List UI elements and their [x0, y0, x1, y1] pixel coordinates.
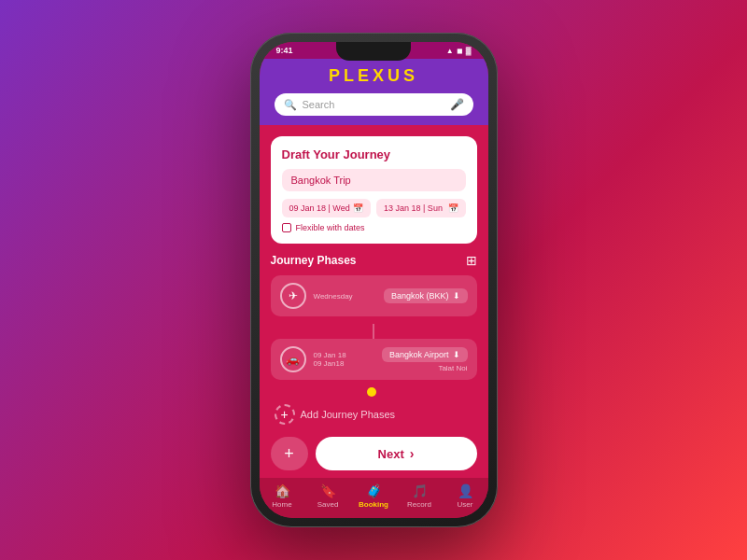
tab-user[interactable]: 👤 User	[446, 483, 484, 509]
add-phase-button[interactable]: +	[275, 404, 295, 425]
home-icon: 🏠	[275, 483, 290, 498]
draft-title: Draft Your Journey	[282, 147, 466, 161]
flight-icon: ✈	[289, 289, 298, 302]
phase-icon-2: 🚗	[280, 346, 306, 372]
date-start-text: 09 Jan 18 | Wed	[289, 203, 350, 213]
phone-screen: 9:41 ▲ ◼ ▓ PLEXUS 🔍 Search 🎤 Draft Your …	[260, 42, 488, 518]
tab-bar: 🏠 Home 🔖 Saved 🧳 Booking 🎵 Record 👤 User	[260, 478, 488, 518]
phases-section: Journey Phases ⊞ ✈ Wednesday Bangkok (BK…	[271, 253, 477, 429]
draft-card: Draft Your Journey Bangkok Trip 09 Jan 1…	[271, 136, 477, 244]
timeline-connector	[373, 324, 374, 339]
next-button[interactable]: Next ›	[316, 437, 477, 470]
user-icon: 👤	[458, 483, 473, 498]
phase-icon-1: ✈	[280, 283, 306, 309]
status-dot	[367, 387, 376, 397]
phase-sub-2: Talat Noi	[382, 364, 468, 372]
date-start-input[interactable]: 09 Jan 18 | Wed 📅	[282, 199, 372, 217]
flexible-checkbox[interactable]	[282, 223, 291, 232]
battery-icon: ▓	[466, 47, 472, 55]
phase-details-2: 09 Jan 18 09 Jan18	[314, 351, 374, 368]
add-button[interactable]: +	[271, 437, 308, 470]
phase-date1: 09 Jan 18	[314, 351, 374, 359]
tab-saved[interactable]: 🔖 Saved	[309, 483, 346, 509]
next-arrow-icon: ›	[410, 446, 415, 461]
phase-dest-arrow-2: ⬇	[453, 350, 460, 359]
phase-right-2: Bangkok Airport ⬇ Talat Noi	[382, 347, 468, 372]
search-icon: 🔍	[284, 99, 297, 111]
grid-icon[interactable]: ⊞	[466, 253, 477, 268]
phone-notch	[336, 42, 411, 61]
status-time: 9:41	[276, 46, 293, 55]
wifi-icon: ◼	[457, 47, 463, 55]
next-label: Next	[378, 447, 404, 461]
phase-day-1: Wednesday	[314, 292, 376, 301]
date-end-input[interactable]: 13 Jan 18 | Sun 📅	[376, 199, 466, 217]
app-title: PLEXUS	[275, 66, 473, 86]
phase-dest-arrow-1: ⬇	[453, 291, 460, 301]
search-placeholder: Search	[303, 99, 444, 110]
car-icon: 🚗	[286, 353, 300, 366]
phase-dest-text-1: Bangkok (BKK)	[391, 291, 449, 301]
phase-dest-2[interactable]: Bangkok Airport ⬇	[382, 347, 468, 362]
tab-booking[interactable]: 🧳 Booking	[355, 483, 392, 509]
date-end-text: 13 Jan 18 | Sun	[384, 203, 443, 213]
app-header: PLEXUS 🔍 Search 🎤	[260, 59, 488, 125]
phase-details-1: Wednesday	[314, 292, 376, 301]
bottom-actions: + Next ›	[260, 429, 488, 478]
search-bar[interactable]: 🔍 Search 🎤	[275, 93, 473, 116]
phase-right-1: Bangkok (BKK) ⬇	[384, 288, 468, 303]
phase-date2: 09 Jan18	[314, 359, 374, 368]
add-phase-row[interactable]: + Add Journey Phases	[271, 404, 477, 425]
main-content: Draft Your Journey Bangkok Trip 09 Jan 1…	[260, 125, 488, 429]
phases-header: Journey Phases ⊞	[271, 253, 477, 268]
booking-icon: 🧳	[366, 483, 382, 498]
flexible-row: Flexible with dates	[282, 223, 466, 232]
tab-record[interactable]: 🎵 Record	[401, 483, 438, 509]
calendar-end-icon: 📅	[448, 203, 458, 213]
tab-home-label: Home	[272, 500, 291, 509]
phase-dest-text-2: Bangkok Airport	[389, 350, 449, 359]
signal-icon: ▲	[446, 47, 454, 55]
mic-icon[interactable]: 🎤	[450, 98, 464, 111]
phases-title: Journey Phases	[271, 254, 357, 267]
status-icons: ▲ ◼ ▓	[446, 47, 472, 55]
phone-frame: 9:41 ▲ ◼ ▓ PLEXUS 🔍 Search 🎤 Draft Your …	[250, 33, 498, 527]
phase-item-1: ✈ Wednesday Bangkok (BKK) ⬇	[271, 275, 477, 316]
tab-home[interactable]: 🏠 Home	[263, 483, 301, 509]
record-icon: 🎵	[412, 483, 428, 498]
phase-item-2: 🚗 09 Jan 18 09 Jan18 Bangkok Airport ⬇ T…	[271, 339, 477, 380]
tab-booking-label: Booking	[359, 500, 388, 509]
flexible-label: Flexible with dates	[296, 223, 365, 232]
tab-saved-label: Saved	[317, 500, 339, 509]
add-icon: +	[284, 444, 294, 464]
calendar-start-icon: 📅	[353, 203, 363, 213]
phase-dest-1[interactable]: Bangkok (BKK) ⬇	[384, 288, 468, 303]
trip-name-input[interactable]: Bangkok Trip	[282, 169, 466, 191]
tab-user-label: User	[458, 500, 473, 509]
add-phase-label: Add Journey Phases	[301, 409, 396, 420]
tab-record-label: Record	[407, 500, 431, 509]
date-row: 09 Jan 18 | Wed 📅 13 Jan 18 | Sun 📅	[282, 199, 466, 217]
saved-icon: 🔖	[320, 483, 336, 498]
